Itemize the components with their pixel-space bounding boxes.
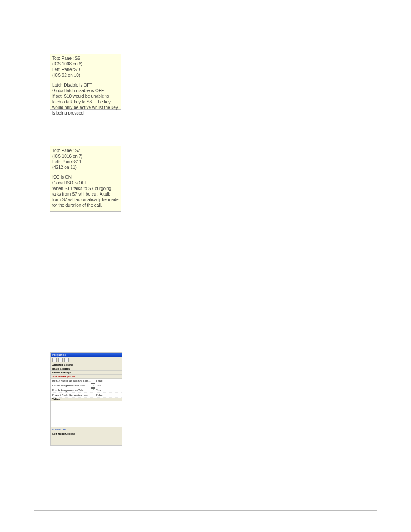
preferences-link[interactable]: Preferences — [51, 427, 122, 432]
note-header: Top: Panel: S7 (ICS 1016 on 7) Left: Pan… — [52, 148, 119, 170]
note-line: Left: Panel:S11 — [52, 159, 119, 165]
property-row: Default Assign as Talk and Forced Listen… — [51, 379, 122, 383]
toolbar-button[interactable] — [52, 358, 57, 362]
property-label: Default Assign as Talk and Forced Listen — [52, 379, 91, 383]
panel-footer-body — [51, 436, 122, 445]
property-label: Enable Assignment as Listen — [52, 384, 91, 387]
tooltip-note-2: Top: Panel: S7 (ICS 1016 on 7) Left: Pan… — [50, 146, 121, 212]
property-value: False — [96, 393, 121, 397]
panel-toolbar — [51, 357, 122, 363]
page-divider — [34, 510, 377, 511]
section-basic-settings[interactable]: Basic Settings — [51, 367, 122, 371]
note-line: (ICS 92 on 10) — [52, 72, 119, 78]
note-line: (ICS 1016 on 7) — [52, 153, 119, 159]
tooltip-note-1: Top: Panel: S6 (ICS 1008 on 6) Left: Pan… — [50, 54, 121, 110]
property-value: True — [96, 384, 121, 387]
checkbox[interactable]: ✓ — [91, 383, 95, 388]
section-attached-control[interactable]: Attached Control — [51, 363, 122, 367]
property-value: True — [96, 389, 121, 392]
note-line: Left: Panel:S10 — [52, 67, 119, 72]
property-label: Enable Assignment as Talk — [52, 389, 91, 392]
note-line: (ICS 1008 on 6) — [52, 61, 119, 67]
checkbox[interactable] — [91, 379, 95, 383]
note-body: ISO is ON Global ISO is OFF When S11 tal… — [52, 174, 119, 208]
property-row: Enable Assignment as Talk ✓ True — [51, 388, 122, 393]
section-tallies[interactable]: Tallies — [51, 398, 122, 401]
checkbox[interactable]: ✓ — [91, 388, 95, 392]
section-global-settings[interactable]: Global Settings — [51, 371, 122, 375]
panel-title: Properties — [51, 353, 122, 357]
property-value: False — [96, 379, 121, 383]
note-body: Latch Disable is OFF Global latch disabl… — [52, 82, 119, 116]
note-line: (4212 on 11) — [52, 165, 119, 170]
checkbox[interactable] — [91, 393, 95, 397]
toolbar-button[interactable] — [58, 358, 63, 362]
property-row: Prevent Reply Key Assignment False — [51, 393, 122, 398]
property-row: Enable Assignment as Listen ✓ True — [51, 383, 122, 388]
toolbar-button[interactable] — [64, 358, 69, 362]
note-line: Top: Panel: S7 — [52, 148, 119, 153]
note-header: Top: Panel: S6 (ICS 1008 on 6) Left: Pan… — [52, 56, 119, 78]
panel-blank-area — [51, 401, 122, 427]
property-label: Prevent Reply Key Assignment — [52, 393, 91, 397]
section-soft-mode-options[interactable]: Soft Mode Options — [51, 375, 122, 379]
note-line: Top: Panel: S6 — [52, 56, 119, 61]
panel-footer-title: Soft Mode Options — [51, 432, 122, 436]
properties-panel: Properties Attached Control Basic Settin… — [50, 352, 122, 446]
